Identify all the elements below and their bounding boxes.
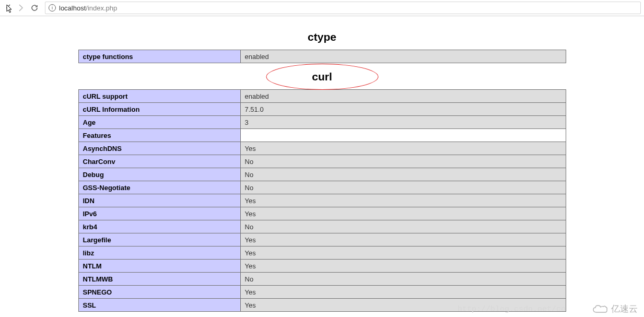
- back-button[interactable]: [3, 3, 14, 13]
- config-value: Yes: [240, 207, 566, 220]
- config-key: GSS-Negotiate: [78, 181, 240, 194]
- table-row: SPNEGOYes: [78, 286, 566, 299]
- config-value: No: [240, 168, 566, 181]
- config-value: Yes: [240, 194, 566, 207]
- table-row: Age3: [78, 116, 566, 129]
- table-row: NTLMWBNo: [78, 273, 566, 286]
- config-value: enabled: [240, 90, 566, 103]
- config-value: Yes: [240, 286, 566, 299]
- forward-button[interactable]: [16, 3, 26, 13]
- config-key: SSL: [78, 299, 240, 312]
- table-row: cURL Information7.51.0: [78, 103, 566, 116]
- config-value: Yes: [240, 142, 566, 155]
- section-heading-ctype: ctype: [78, 31, 566, 43]
- table-row: CharConvNo: [78, 155, 566, 168]
- config-key: ctype functions: [78, 50, 240, 63]
- config-key: krb4: [78, 220, 240, 233]
- config-key: IPv6: [78, 207, 240, 220]
- config-key: NTLM: [78, 260, 240, 273]
- table-row: DebugNo: [78, 168, 566, 181]
- config-value: No: [240, 273, 566, 286]
- table-row: IPv6Yes: [78, 207, 566, 220]
- config-key: AsynchDNS: [78, 142, 240, 155]
- config-value: No: [240, 155, 566, 168]
- table-row: ctype functions enabled: [78, 50, 566, 63]
- url-bar[interactable]: i localhost/index.php: [45, 2, 641, 14]
- cloud-icon: [592, 304, 608, 314]
- config-value: 3: [240, 116, 566, 129]
- curl-table: cURL supportenabled cURL Information7.51…: [78, 89, 566, 312]
- phpinfo-content: ctype ctype functions enabled curl cURL …: [78, 16, 566, 312]
- table-row: AsynchDNSYes: [78, 142, 566, 155]
- reload-button[interactable]: [29, 3, 40, 13]
- config-value: Yes: [240, 299, 566, 312]
- config-value: Yes: [240, 233, 566, 246]
- config-key: Age: [78, 116, 240, 129]
- config-key: CharConv: [78, 155, 240, 168]
- table-row: cURL supportenabled: [78, 90, 566, 103]
- config-key: Features: [78, 129, 240, 142]
- config-value: No: [240, 181, 566, 194]
- config-key: IDN: [78, 194, 240, 207]
- config-value: Yes: [240, 260, 566, 273]
- table-row: LargefileYes: [78, 233, 566, 246]
- config-key: libz: [78, 246, 240, 260]
- table-row: krb4No: [78, 220, 566, 233]
- table-row: NTLMYes: [78, 260, 566, 273]
- table-row: GSS-NegotiateNo: [78, 181, 566, 194]
- table-row: IDNYes: [78, 194, 566, 207]
- watermark-logo: 亿速云: [592, 303, 638, 315]
- table-row: Features: [78, 129, 566, 142]
- config-value: Yes: [240, 246, 566, 260]
- ctype-table: ctype functions enabled: [78, 50, 566, 63]
- site-info-icon[interactable]: i: [49, 4, 56, 11]
- config-key: SPNEGO: [78, 286, 240, 299]
- config-key: Debug: [78, 168, 240, 181]
- config-value: 7.51.0: [240, 103, 566, 116]
- url-text: localhost/index.php: [59, 4, 117, 12]
- config-key: cURL Information: [78, 103, 240, 116]
- config-key: Largefile: [78, 233, 240, 246]
- config-value: [240, 129, 566, 142]
- table-row: SSLYes: [78, 299, 566, 312]
- config-key: cURL support: [78, 90, 240, 103]
- config-value: No: [240, 220, 566, 233]
- browser-toolbar: i localhost/index.php: [0, 0, 644, 16]
- section-heading-curl: curl: [78, 71, 566, 83]
- config-value: enabled: [240, 50, 566, 63]
- config-key: NTLMWB: [78, 273, 240, 286]
- table-row: libzYes: [78, 246, 566, 260]
